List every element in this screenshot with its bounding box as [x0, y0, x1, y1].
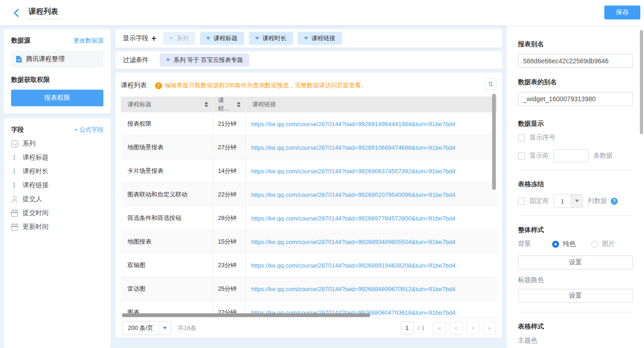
- change-datasource-link[interactable]: 更改数据源: [73, 37, 103, 45]
- add-display-field-button[interactable]: +: [151, 34, 156, 43]
- cell-course-link[interactable]: https://ke.qq.com/course/2870144?taid=99…: [251, 262, 455, 269]
- cell-course-duration: 14分钟: [213, 159, 246, 183]
- display-field-tag[interactable]: 课程链接: [298, 32, 342, 45]
- cell-course-title: 地图场景报表: [121, 136, 213, 159]
- sort-icons[interactable]: [234, 102, 241, 107]
- show-index-checkbox[interactable]: [518, 134, 525, 141]
- field-list-item[interactable]: 提交人: [11, 192, 103, 206]
- table-row: 报表权限 21分钟 https://ke.qq.com/course/28701…: [121, 112, 497, 136]
- window-scrollbar[interactable]: [640, 30, 643, 134]
- cell-course-link[interactable]: https://ke.qq.com/course/2870144?taid=99…: [251, 168, 455, 175]
- display-field-tag[interactable]: 系列: [163, 32, 195, 45]
- display-field-tag-label: 课程链接: [312, 34, 336, 43]
- main-area: 显示字段 + 系列 课程标题 课程时长 课程链接 过滤条件 系列 等于 百宝云报…: [115, 29, 502, 338]
- last-page-button[interactable]: [483, 322, 496, 335]
- top-bar: 课程列表 保存: [0, 0, 644, 25]
- cell-course-duration: 25分钟: [213, 277, 246, 300]
- chevron-down-icon: [255, 37, 259, 40]
- table-horizontal-scrollbar[interactable]: [122, 313, 370, 317]
- display-field-tag[interactable]: 课程时长: [249, 32, 293, 45]
- report-permission-button[interactable]: 报表权限: [11, 90, 103, 106]
- filter-label: 过滤条件: [123, 56, 149, 64]
- image-radio[interactable]: [591, 241, 598, 248]
- page: 课程列表 保存 数据源 更改数据源 腾讯课程整理 数据获取权限 报表权限 字段: [0, 0, 644, 348]
- first-page-button[interactable]: [433, 322, 446, 335]
- help-icon[interactable]: ?: [611, 198, 618, 205]
- cell-course-link[interactable]: https://ke.qq.com/course/2870144?taid=99…: [251, 191, 455, 198]
- text-icon: [11, 168, 18, 175]
- show-first-checkbox[interactable]: [518, 153, 525, 159]
- cell-course-link[interactable]: https://ke.qq.com/course/2870144?taid=99…: [251, 144, 455, 151]
- formula-field-link[interactable]: + 公式字段: [74, 126, 103, 134]
- show-first-label: 显示前: [530, 152, 549, 160]
- document-icon: [16, 55, 22, 63]
- field-list-item[interactable]: 系列: [11, 137, 103, 151]
- total-count: 共16条: [178, 324, 196, 332]
- settings-panel: 报表别名 数据表的别名 数据显示 显示序号 显示前 条数据 表格冻结 固定前 1…: [507, 25, 644, 348]
- title-color-label: 标题颜色: [518, 276, 633, 284]
- fields-title: 字段: [11, 126, 24, 134]
- next-page-button[interactable]: [466, 322, 479, 335]
- page-size-select[interactable]: 200 条/页: [122, 321, 171, 335]
- table-vertical-scrollbar[interactable]: [492, 94, 496, 190]
- field-list-item[interactable]: 课程标题: [11, 151, 103, 165]
- current-page-input[interactable]: 1: [401, 322, 414, 335]
- display-fields-label: 显示字段: [123, 34, 149, 43]
- column-header-link[interactable]: 课程链接: [246, 97, 497, 112]
- cell-course-title: 地图报表: [121, 230, 213, 253]
- cell-course-duration: 15分钟: [213, 230, 246, 253]
- column-header-duration[interactable]: 课程...: [213, 97, 246, 112]
- report-alias-input[interactable]: [518, 54, 633, 68]
- table-alias-input[interactable]: [518, 92, 633, 106]
- calendar-icon: [11, 211, 18, 217]
- cell-course-link[interactable]: https://ke.qq.com/course/2870144?taid=99…: [251, 121, 455, 128]
- freeze-count-select[interactable]: 1: [554, 194, 583, 208]
- title-color-set-button[interactable]: 设置: [518, 289, 633, 303]
- image-label: 图片: [602, 240, 615, 248]
- column-link-label: 课程链接: [252, 100, 276, 109]
- column-title-label: 课程标题: [127, 100, 151, 109]
- chevron-down-icon: [169, 37, 173, 40]
- display-field-tag-label: 课程标题: [214, 34, 238, 43]
- cell-course-duration: 22分钟: [213, 183, 246, 206]
- sort-icons[interactable]: [202, 102, 208, 107]
- solid-color-label: 纯色: [563, 240, 576, 248]
- data-display-title: 数据显示: [518, 120, 633, 128]
- divider: [518, 215, 633, 216]
- cell-course-link[interactable]: https://ke.qq.com/course/2870144?taid=99…: [251, 238, 455, 245]
- back-button[interactable]: [11, 8, 21, 18]
- cell-course-link[interactable]: https://ke.qq.com/course/2870144?taid=99…: [251, 286, 455, 293]
- table-body: 报表权限 21分钟 https://ke.qq.com/course/28701…: [121, 112, 497, 318]
- filter-condition-tag[interactable]: 系列 等于 百宝云报表专题: [160, 54, 249, 67]
- show-first-count-input[interactable]: [554, 149, 589, 162]
- column-header-title[interactable]: 课程标题: [121, 97, 213, 112]
- page-title[interactable]: 课程列表: [28, 6, 61, 19]
- solid-color-radio[interactable]: [552, 241, 559, 248]
- datasource-card: 数据源 更改数据源 腾讯课程整理 数据获取权限 报表权限: [4, 29, 111, 114]
- field-list-item[interactable]: 课程链接: [11, 178, 103, 192]
- text-icon: [11, 154, 18, 161]
- warning-icon: !: [155, 82, 162, 89]
- datasource-item[interactable]: 腾讯课程整理: [11, 51, 103, 67]
- datasource-name: 腾讯课程整理: [26, 55, 65, 63]
- filter-condition-label: 系列 等于 百宝云报表专题: [174, 56, 243, 64]
- display-field-tag[interactable]: 课程标题: [200, 32, 244, 45]
- prev-page-button[interactable]: [450, 322, 463, 335]
- sort-order-button[interactable]: ⇅: [485, 78, 497, 90]
- save-button[interactable]: 保存: [604, 6, 640, 19]
- text-icon: [11, 182, 18, 189]
- display-field-tags: 系列 课程标题 课程时长 课程链接: [163, 32, 342, 45]
- freeze-checkbox[interactable]: [518, 198, 525, 205]
- cell-course-title: 报表权限: [121, 112, 213, 135]
- chevron-down-icon: [206, 37, 210, 40]
- field-list-item[interactable]: 提交时间: [11, 206, 103, 220]
- background-set-button[interactable]: 设置: [518, 256, 633, 269]
- course-list-title: 课程列表: [121, 81, 147, 90]
- field-list-item[interactable]: 更新时间: [11, 220, 103, 234]
- pagination-bar: 200 条/页 共16条 1 / 1: [115, 317, 502, 338]
- field-list-item[interactable]: 课程时长: [11, 165, 103, 178]
- cell-course-link[interactable]: https://ke.qq.com/course/2870144?taid=99…: [251, 215, 455, 222]
- freeze-label: 固定前: [530, 197, 549, 205]
- table-style-title: 表格样式: [518, 323, 633, 331]
- total-pages: / 1: [418, 324, 425, 331]
